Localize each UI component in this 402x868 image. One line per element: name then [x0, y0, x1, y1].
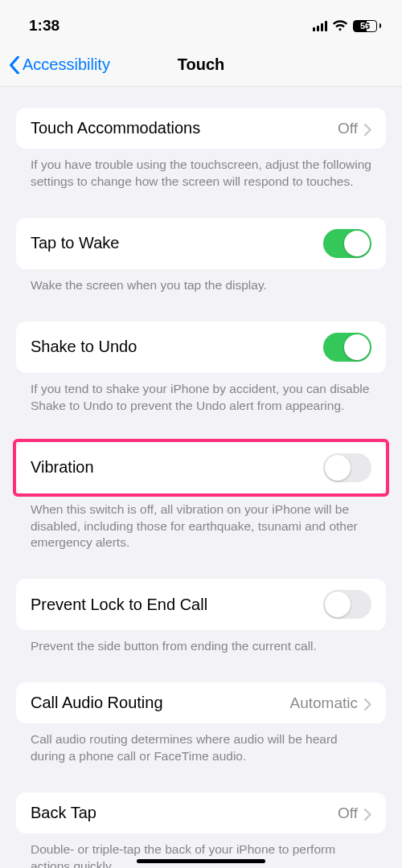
content-scroll[interactable]: Touch Accommodations Off If you have tro…: [0, 87, 402, 868]
status-icons: 56: [313, 20, 382, 32]
row-footer: Prevent the side button from ending the …: [16, 630, 386, 655]
chevron-right-icon: [364, 122, 371, 134]
settings-touch-screen: 1:38 56 Accessibility Touch Touch Accomm…: [0, 0, 402, 868]
chevron-right-icon: [364, 807, 371, 819]
home-indicator: [137, 859, 265, 863]
row-prevent-lock-end-call: Prevent Lock to End Call: [16, 579, 386, 630]
row-call-audio-routing[interactable]: Call Audio Routing Automatic: [16, 682, 386, 723]
page-title: Touch: [178, 55, 225, 74]
cellular-signal-icon: [313, 21, 328, 31]
status-time: 1:38: [29, 17, 59, 35]
row-label: Vibration: [31, 458, 94, 477]
status-bar: 1:38 56: [0, 0, 402, 43]
chevron-right-icon: [364, 697, 371, 709]
row-footer: Wake the screen when you tap the display…: [16, 269, 386, 294]
row-label: Tap to Wake: [31, 234, 119, 252]
toggle-prevent-lock-end-call[interactable]: [323, 590, 371, 619]
row-label: Touch Accommodations: [31, 119, 200, 137]
row-label: Back Tap: [31, 804, 96, 822]
toggle-vibration[interactable]: [323, 453, 371, 482]
row-touch-accommodations[interactable]: Touch Accommodations Off: [16, 108, 386, 149]
row-label: Call Audio Routing: [31, 694, 163, 712]
row-footer: If you have trouble using the touchscree…: [16, 149, 386, 190]
row-label: Shake to Undo: [31, 338, 137, 356]
row-footer: Call audio routing determines where audi…: [16, 723, 386, 765]
row-vibration: Vibration: [16, 442, 386, 493]
row-footer: If you tend to shake your iPhone by acci…: [16, 373, 386, 415]
row-shake-to-undo: Shake to Undo: [16, 321, 386, 373]
toggle-tap-to-wake[interactable]: [323, 229, 371, 258]
battery-icon: 56: [353, 20, 381, 32]
row-value: Off: [338, 805, 371, 822]
row-back-tap[interactable]: Back Tap Off: [16, 792, 386, 833]
toggle-shake-to-undo[interactable]: [323, 333, 371, 362]
chevron-left-icon: [8, 56, 21, 74]
row-footer: When this switch is off, all vibration o…: [16, 493, 386, 552]
row-value: Automatic: [290, 694, 371, 712]
wifi-icon: [332, 20, 348, 31]
row-value: Off: [338, 120, 371, 137]
row-tap-to-wake: Tap to Wake: [16, 218, 386, 269]
back-label: Accessibility: [23, 55, 110, 74]
row-label: Prevent Lock to End Call: [31, 596, 207, 614]
back-button[interactable]: Accessibility: [8, 55, 178, 74]
nav-bar: Accessibility Touch: [0, 43, 402, 87]
